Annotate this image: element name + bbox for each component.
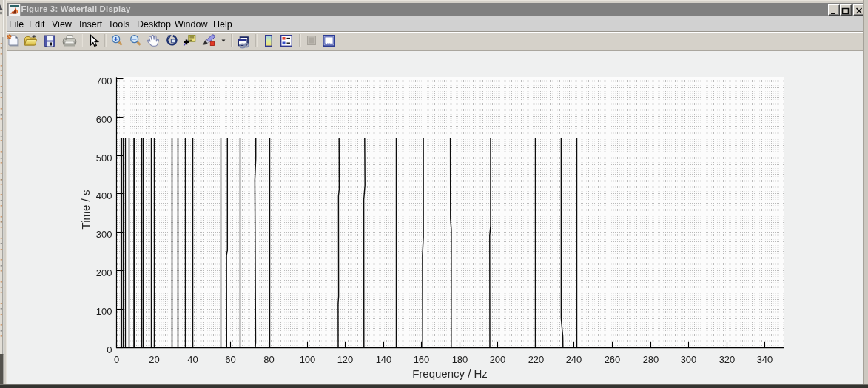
svg-text:100: 100 xyxy=(96,306,112,317)
svg-text:200: 200 xyxy=(490,354,506,365)
svg-text:60: 60 xyxy=(225,354,235,365)
svg-text:700: 700 xyxy=(96,76,112,87)
svg-text:500: 500 xyxy=(96,153,112,164)
svg-text:340: 340 xyxy=(757,354,773,365)
svg-text:100: 100 xyxy=(300,354,316,365)
svg-text:220: 220 xyxy=(528,354,545,365)
svg-text:600: 600 xyxy=(96,114,112,125)
svg-text:180: 180 xyxy=(452,354,468,365)
svg-text:400: 400 xyxy=(96,190,112,201)
svg-text:240: 240 xyxy=(566,354,582,365)
svg-text:200: 200 xyxy=(96,267,112,278)
svg-text:120: 120 xyxy=(337,354,354,365)
svg-text:Time / s: Time / s xyxy=(79,190,92,230)
svg-text:80: 80 xyxy=(263,354,274,365)
svg-text:0: 0 xyxy=(107,344,112,355)
svg-text:Frequency / Hz: Frequency / Hz xyxy=(412,367,488,380)
svg-text:140: 140 xyxy=(376,354,392,365)
svg-text:300: 300 xyxy=(96,229,112,240)
svg-text:40: 40 xyxy=(187,354,198,365)
svg-text:0: 0 xyxy=(114,354,119,365)
svg-text:280: 280 xyxy=(643,354,659,365)
svg-text:160: 160 xyxy=(414,354,430,365)
svg-text:260: 260 xyxy=(605,354,621,365)
svg-text:20: 20 xyxy=(149,354,159,365)
svg-text:320: 320 xyxy=(719,354,736,365)
svg-text:300: 300 xyxy=(681,354,697,365)
